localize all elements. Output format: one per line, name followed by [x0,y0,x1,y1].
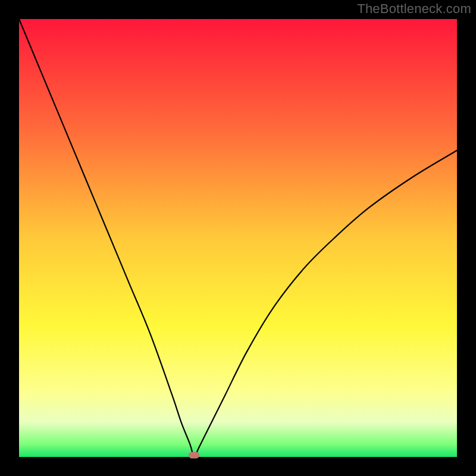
plot-area [19,19,457,457]
watermark-text: TheBottleneck.com [357,1,471,17]
bottleneck-curve [19,19,457,457]
chart-frame: TheBottleneck.com [0,0,476,476]
minimum-marker [189,452,199,459]
